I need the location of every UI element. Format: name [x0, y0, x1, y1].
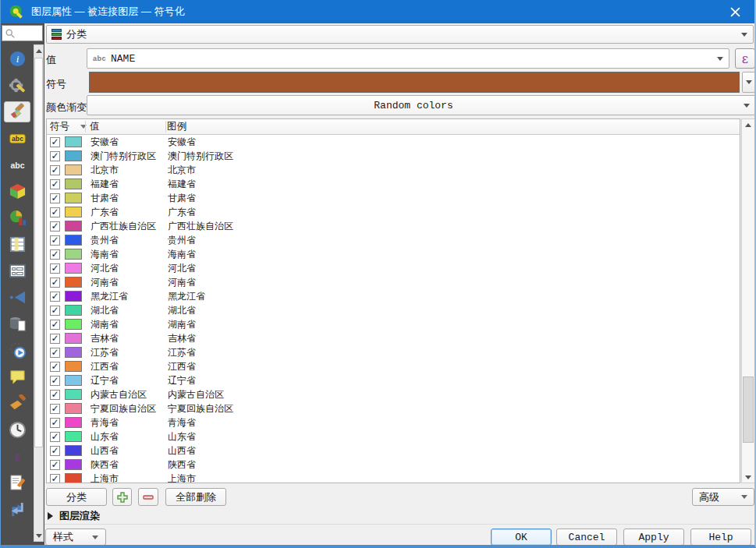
sidebar-scrollbar-thumb[interactable]	[34, 58, 43, 447]
symbol-swatch[interactable]	[65, 333, 82, 344]
symbol-swatch[interactable]	[65, 431, 82, 442]
row-checkbox[interactable]: ✓	[50, 334, 60, 344]
title-bar[interactable]: 图层属性 — 被连接图层 — 符号化	[1, 0, 754, 23]
symbol-swatch[interactable]	[65, 375, 82, 386]
search-input[interactable]	[16, 29, 37, 38]
sidebar-item-source[interactable]	[4, 75, 30, 96]
symbol-swatch[interactable]	[65, 361, 82, 372]
row-checkbox[interactable]: ✓	[50, 432, 60, 442]
row-checkbox[interactable]: ✓	[50, 235, 60, 246]
sidebar-item-3d-view[interactable]	[4, 181, 30, 202]
symbol-swatch[interactable]	[65, 179, 82, 189]
sidebar-item-variables[interactable]: ε	[4, 446, 30, 467]
sidebar-item-auxiliary-storage[interactable]	[4, 313, 30, 334]
sidebar-item-metadata[interactable]	[4, 472, 30, 493]
row-checkbox[interactable]: ✓	[50, 474, 60, 484]
table-row[interactable]: ✓青海省青海省	[47, 415, 740, 430]
advanced-button[interactable]: 高级	[692, 488, 754, 506]
row-checkbox[interactable]: ✓	[50, 137, 60, 147]
row-checkbox[interactable]: ✓	[50, 221, 60, 232]
table-row[interactable]: ✓甘肃省甘肃省	[47, 191, 740, 205]
symbol-swatch[interactable]	[65, 136, 82, 147]
sidebar-item-rendering[interactable]	[4, 393, 30, 414]
row-checkbox[interactable]: ✓	[50, 151, 60, 161]
table-row[interactable]: ✓贵州省贵州省	[47, 233, 740, 247]
delete-all-button[interactable]: 全部删除	[165, 488, 226, 506]
symbol-swatch[interactable]	[65, 389, 82, 400]
row-checkbox[interactable]: ✓	[50, 278, 60, 288]
table-row[interactable]: ✓辽宁省辽宁省	[47, 373, 740, 387]
row-checkbox[interactable]: ✓	[50, 207, 60, 217]
symbol-swatch[interactable]	[65, 150, 82, 161]
row-checkbox[interactable]: ✓	[50, 165, 60, 175]
symbol-swatch[interactable]	[65, 249, 82, 260]
table-row[interactable]: ✓广东省广东省	[47, 205, 740, 219]
table-row[interactable]: ✓湖南省湖南省	[47, 317, 740, 331]
scroll-down-icon[interactable]	[742, 472, 754, 483]
table-row[interactable]: ✓山东省山东省	[47, 430, 740, 444]
row-checkbox[interactable]: ✓	[50, 263, 60, 274]
sidebar-scrollbar[interactable]	[34, 44, 44, 542]
table-row[interactable]: ✓河北省河北省	[47, 261, 740, 275]
table-header[interactable]: 符号 值 图例	[47, 119, 740, 135]
symbol-swatch[interactable]	[65, 263, 82, 274]
sidebar-item-display[interactable]	[4, 366, 30, 387]
row-checkbox[interactable]: ✓	[50, 292, 60, 302]
row-checkbox[interactable]: ✓	[50, 193, 60, 203]
table-row[interactable]: ✓陕西省陕西省	[47, 458, 740, 472]
table-row[interactable]: ✓河南省河南省	[47, 275, 740, 289]
table-row[interactable]: ✓福建省福建省	[47, 177, 740, 191]
row-checkbox[interactable]: ✓	[50, 446, 60, 456]
row-checkbox[interactable]: ✓	[50, 179, 60, 189]
table-row[interactable]: ✓江西省江西省	[47, 359, 740, 373]
classify-button[interactable]: 分类	[46, 488, 107, 506]
symbol-swatch[interactable]	[65, 164, 82, 175]
table-row[interactable]: ✓宁夏回族自治区宁夏回族自治区	[47, 401, 740, 415]
symbol-swatch[interactable]	[65, 207, 82, 217]
table-row[interactable]: ✓澳门特别行政区澳门特别行政区	[47, 149, 740, 163]
scroll-down-icon[interactable]	[34, 530, 43, 541]
symbol-swatch[interactable]	[65, 445, 82, 456]
table-row[interactable]: ✓黑龙江省黑龙江省	[47, 289, 740, 303]
value-field-select[interactable]: abc NAME	[87, 48, 729, 69]
symbol-preview[interactable]	[89, 72, 740, 93]
table-row[interactable]: ✓内蒙古自治区内蒙古自治区	[47, 387, 740, 401]
cancel-button[interactable]: Cancel	[556, 529, 617, 546]
row-checkbox[interactable]: ✓	[50, 460, 60, 470]
expression-builder-button[interactable]: ε	[735, 48, 755, 69]
sidebar-item-fields[interactable]	[4, 234, 30, 255]
layer-rendering-toggle[interactable]: 图层渲染	[48, 509, 100, 523]
color-ramp-select[interactable]: Random colors	[87, 95, 756, 115]
table-row[interactable]: ✓江苏省江苏省	[47, 345, 740, 359]
sidebar-item-information[interactable]: i	[4, 48, 30, 69]
sidebar-item-dependencies[interactable]	[4, 499, 30, 520]
symbol-swatch[interactable]	[65, 459, 82, 470]
symbol-swatch[interactable]	[65, 347, 82, 358]
row-checkbox[interactable]: ✓	[50, 362, 60, 372]
sidebar-item-symbology[interactable]	[4, 101, 30, 122]
close-icon[interactable]	[726, 4, 744, 19]
table-row[interactable]: ✓上海市上海市	[47, 472, 740, 483]
row-checkbox[interactable]: ✓	[50, 348, 60, 358]
row-checkbox[interactable]: ✓	[50, 418, 60, 428]
help-button[interactable]: Help	[690, 529, 751, 546]
header-legend[interactable]: 图例	[167, 120, 186, 133]
table-row[interactable]: ✓海南省海南省	[47, 247, 740, 261]
table-row[interactable]: ✓山西省山西省	[47, 444, 740, 458]
symbol-swatch[interactable]	[65, 403, 82, 414]
sidebar-item-diagrams[interactable]	[4, 207, 30, 228]
scroll-up-icon[interactable]	[742, 119, 754, 130]
add-category-button[interactable]	[112, 488, 132, 506]
sidebar-item-temporal[interactable]	[4, 419, 30, 440]
ok-button[interactable]: OK	[491, 529, 552, 546]
table-scrollbar-thumb[interactable]	[743, 377, 754, 443]
symbol-swatch[interactable]	[65, 221, 82, 232]
style-menu-button[interactable]: 样式	[45, 529, 106, 546]
renderer-select[interactable]: 分类	[46, 25, 754, 44]
apply-button[interactable]: Apply	[623, 529, 684, 546]
search-box[interactable]	[2, 25, 43, 41]
header-symbol[interactable]: 符号	[50, 120, 69, 133]
sidebar-item-labels[interactable]: abc	[4, 128, 30, 149]
row-checkbox[interactable]: ✓	[50, 320, 60, 330]
row-checkbox[interactable]: ✓	[50, 390, 60, 400]
